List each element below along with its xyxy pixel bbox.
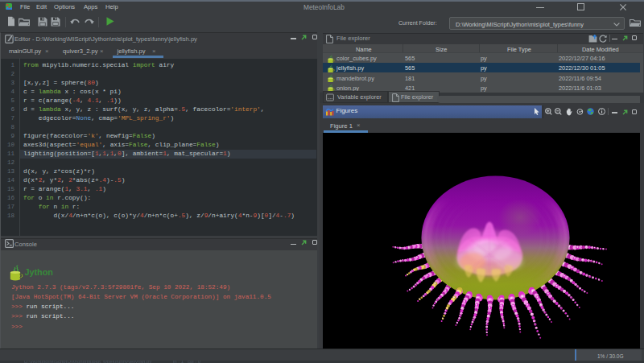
svg-text:Jython: Jython <box>25 267 53 277</box>
